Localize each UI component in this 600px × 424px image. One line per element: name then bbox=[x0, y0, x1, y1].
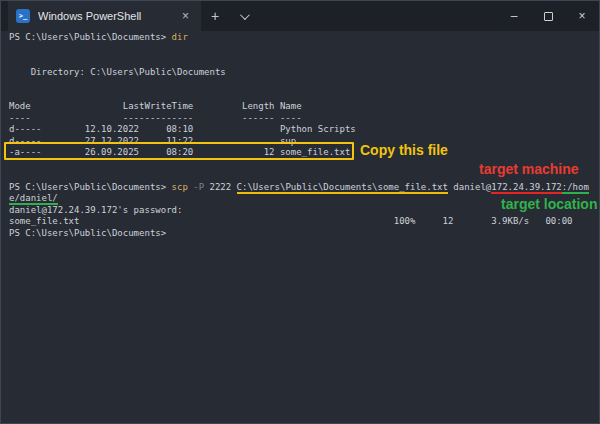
scp-command-line: PS C:\Users\Public\Documents> scp -P 222… bbox=[9, 182, 599, 194]
scp-target-path-start: :/hom bbox=[562, 182, 589, 194]
tab-dropdown-button[interactable] bbox=[229, 1, 257, 31]
tab-title: Windows PowerShell bbox=[38, 10, 178, 22]
prompt-text: PS C:\Users\Public\Documents> bbox=[9, 182, 172, 192]
tab-windows-powershell[interactable]: >_ Windows PowerShell × bbox=[8, 1, 201, 31]
terminal-window: >_ Windows PowerShell × + – × PS C:\User… bbox=[0, 0, 600, 424]
scp-user: daniel@ bbox=[453, 182, 491, 192]
scp-source-path: C:\Users\Public\Documents\some_file.txt bbox=[237, 182, 448, 194]
maximize-icon bbox=[544, 12, 553, 21]
titlebar-drag-area[interactable] bbox=[257, 1, 497, 31]
password-prompt-line: daniel@172.24.39.172's password: bbox=[9, 205, 599, 217]
title-bar: >_ Windows PowerShell × + – × bbox=[1, 1, 599, 31]
terminal-output[interactable]: PS C:\Users\Public\Documents> dir Direct… bbox=[1, 31, 599, 423]
scp-wrapped-line: e/daniel/ bbox=[9, 193, 599, 205]
dir-command: dir bbox=[172, 32, 188, 42]
scp-command: scp bbox=[172, 182, 188, 192]
scp-target-path-wrap: e/daniel/ bbox=[9, 193, 58, 205]
table-row-some-file: -a---- 26.09.2025 08:20 12 some_file.txt bbox=[9, 147, 599, 159]
table-header: Mode LastWriteTime Length Name bbox=[9, 101, 599, 113]
scp-port-param: -P bbox=[188, 182, 204, 192]
powershell-icon: >_ bbox=[16, 9, 30, 23]
new-tab-button[interactable]: + bbox=[201, 1, 229, 31]
maximize-button[interactable] bbox=[531, 1, 565, 31]
prompt-line-dir: PS C:\Users\Public\Documents> dir bbox=[9, 32, 599, 44]
close-button[interactable]: × bbox=[565, 1, 599, 31]
chevron-down-icon bbox=[239, 10, 249, 20]
transfer-progress-line: some_file.txt 100% 12 3.9KB/s 00:00 bbox=[9, 216, 599, 228]
final-prompt-line: PS C:\Users\Public\Documents> bbox=[9, 228, 599, 240]
table-header-dashes: ---- ------------- ------ ---- bbox=[9, 113, 599, 125]
table-row: d----- 12.10.2022 08:10 Python Scripts bbox=[9, 124, 599, 136]
tab-close-icon[interactable]: × bbox=[178, 7, 193, 25]
prompt-text: PS C:\Users\Public\Documents> bbox=[9, 32, 172, 42]
directory-header: Directory: C:\Users\Public\Documents bbox=[9, 67, 599, 79]
scp-port-value: 2222 bbox=[204, 182, 237, 192]
table-row: d----- 27.12.2022 11:22 sup bbox=[9, 136, 599, 148]
minimize-button[interactable]: – bbox=[497, 1, 531, 31]
scp-target-ip: 172.24.39.172 bbox=[491, 182, 561, 194]
